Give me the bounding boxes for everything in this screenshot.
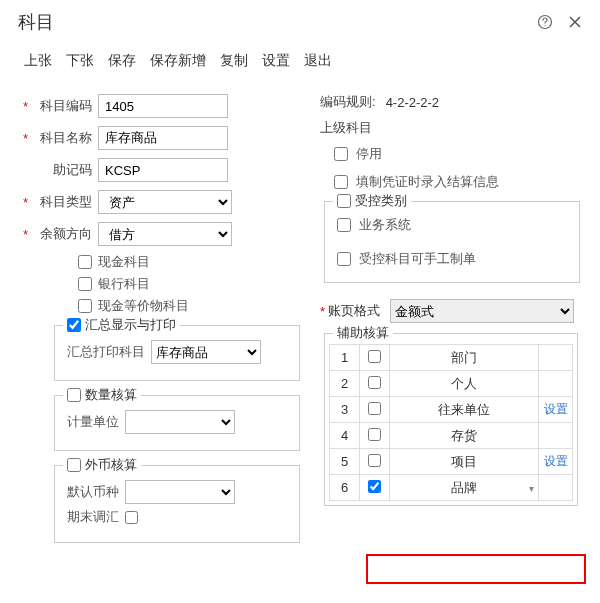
aux-action[interactable]: 设置: [539, 449, 573, 475]
aux-idx: 6: [330, 475, 360, 501]
parent-label: 上级科目: [320, 119, 372, 137]
code-input[interactable]: [98, 94, 228, 118]
aux-name[interactable]: 品牌▾: [390, 475, 539, 501]
direction-label: 余额方向: [28, 225, 92, 243]
cashlike-checkbox[interactable]: [78, 299, 92, 313]
aux-checkbox[interactable]: [368, 402, 381, 415]
type-label: 科目类型: [28, 193, 92, 211]
mnemonic-input[interactable]: [98, 158, 228, 182]
toolbar-exit[interactable]: 退出: [304, 52, 332, 70]
qty-checkbox[interactable]: [67, 388, 81, 402]
aux-group: 辅助核算 1部门2个人3往来单位设置4存货5项目设置6品牌▾: [324, 333, 578, 506]
qty-unit-label: 计量单位: [67, 413, 119, 431]
aux-legend: 辅助核算: [333, 324, 393, 342]
cash-label: 现金科目: [98, 253, 150, 271]
fx-curr-select[interactable]: [125, 480, 235, 504]
code-label: 科目编码: [28, 97, 92, 115]
aux-name[interactable]: 往来单位: [390, 397, 539, 423]
mnemonic-label: 助记码: [28, 161, 92, 179]
aux-checkbox[interactable]: [368, 480, 381, 493]
aux-name[interactable]: 存货: [390, 423, 539, 449]
toolbar-save-new[interactable]: 保存新增: [150, 52, 206, 70]
toolbar-settings[interactable]: 设置: [262, 52, 290, 70]
summary-legend: 汇总显示与打印: [85, 316, 176, 334]
toolbar-prev[interactable]: 上张: [24, 52, 52, 70]
cashlike-label: 现金等价物科目: [98, 297, 189, 315]
fx-legend: 外币核算: [85, 456, 137, 474]
aux-checkbox[interactable]: [368, 428, 381, 441]
summary-print-select[interactable]: 库存商品: [151, 340, 261, 364]
aux-name[interactable]: 项目: [390, 449, 539, 475]
aux-checkbox[interactable]: [368, 454, 381, 467]
ctrl-biz-checkbox[interactable]: [337, 218, 351, 232]
svg-point-1: [544, 25, 545, 26]
bank-checkbox[interactable]: [78, 277, 92, 291]
qty-unit-select[interactable]: [125, 410, 235, 434]
voucher-checkbox[interactable]: [334, 175, 348, 189]
name-input[interactable]: [98, 126, 228, 150]
help-icon[interactable]: [534, 11, 556, 33]
fx-checkbox[interactable]: [67, 458, 81, 472]
highlight-box: [366, 554, 586, 584]
toolbar-copy[interactable]: 复制: [220, 52, 248, 70]
summary-group: 汇总显示与打印 汇总打印科目库存商品: [54, 325, 300, 381]
ctrl-group: 受控类别 业务系统 受控科目可手工制单: [324, 201, 580, 283]
aux-row[interactable]: 6品牌▾: [330, 475, 573, 501]
aux-name[interactable]: 个人: [390, 371, 539, 397]
aux-checkbox[interactable]: [368, 350, 381, 363]
ctrl-biz-label: 业务系统: [359, 216, 411, 234]
close-icon[interactable]: [564, 11, 586, 33]
toolbar-save[interactable]: 保存: [108, 52, 136, 70]
aux-row[interactable]: 4存货: [330, 423, 573, 449]
aux-action: [539, 345, 573, 371]
aux-idx: 5: [330, 449, 360, 475]
fx-period-label: 期末调汇: [67, 508, 119, 526]
aux-action[interactable]: 设置: [539, 397, 573, 423]
name-label: 科目名称: [28, 129, 92, 147]
aux-idx: 1: [330, 345, 360, 371]
aux-idx: 3: [330, 397, 360, 423]
ctrl-manual-label: 受控科目可手工制单: [359, 250, 476, 268]
fx-curr-label: 默认币种: [67, 483, 119, 501]
cash-checkbox[interactable]: [78, 255, 92, 269]
aux-row[interactable]: 1部门: [330, 345, 573, 371]
disabled-label: 停用: [356, 145, 382, 163]
ctrl-checkbox[interactable]: [337, 194, 351, 208]
aux-checkbox[interactable]: [368, 376, 381, 389]
direction-select[interactable]: 借方: [98, 222, 232, 246]
ctrl-legend: 受控类别: [355, 192, 407, 210]
disabled-checkbox[interactable]: [334, 147, 348, 161]
bank-label: 银行科目: [98, 275, 150, 293]
toolbar-next[interactable]: 下张: [66, 52, 94, 70]
pageformat-select[interactable]: 金额式: [390, 299, 574, 323]
fx-group: 外币核算 默认币种 期末调汇: [54, 465, 300, 543]
chevron-down-icon: ▾: [529, 482, 534, 493]
voucher-label: 填制凭证时录入结算信息: [356, 173, 499, 191]
aux-action: [539, 423, 573, 449]
qty-group: 数量核算 计量单位: [54, 395, 300, 451]
aux-row[interactable]: 3往来单位设置: [330, 397, 573, 423]
summary-print-label: 汇总打印科目: [67, 343, 145, 361]
ctrl-manual-checkbox[interactable]: [337, 252, 351, 266]
aux-idx: 2: [330, 371, 360, 397]
toolbar: 上张 下张 保存 保存新增 复制 设置 退出: [0, 42, 600, 85]
summary-checkbox[interactable]: [67, 318, 81, 332]
pageformat-label: 账页格式: [328, 302, 380, 320]
fx-period-checkbox[interactable]: [125, 511, 138, 524]
window-title: 科目: [18, 10, 526, 34]
qty-legend: 数量核算: [85, 386, 137, 404]
aux-table: 1部门2个人3往来单位设置4存货5项目设置6品牌▾: [329, 344, 573, 501]
aux-row[interactable]: 2个人: [330, 371, 573, 397]
aux-action: [539, 371, 573, 397]
rule-label: 编码规则:: [320, 93, 376, 111]
type-select[interactable]: 资产: [98, 190, 232, 214]
aux-idx: 4: [330, 423, 360, 449]
aux-name[interactable]: 部门: [390, 345, 539, 371]
aux-action: [539, 475, 573, 501]
aux-row[interactable]: 5项目设置: [330, 449, 573, 475]
rule-value: 4-2-2-2-2: [386, 95, 439, 110]
